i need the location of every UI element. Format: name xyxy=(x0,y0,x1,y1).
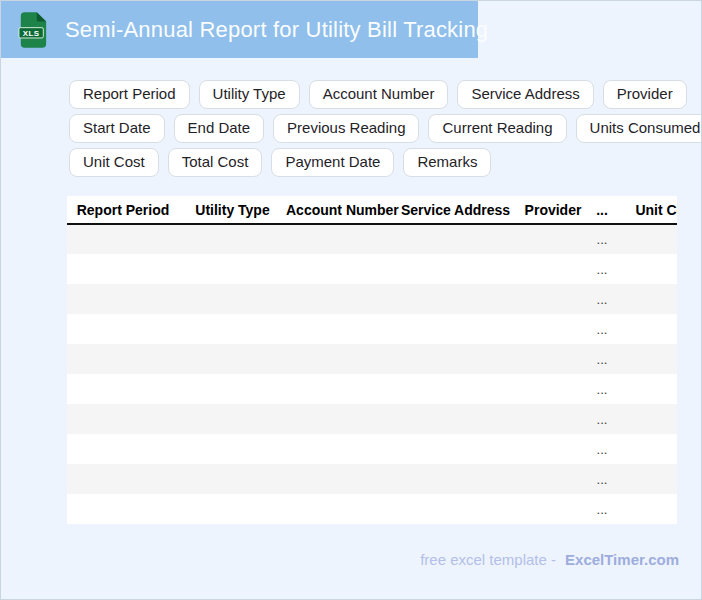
more-columns-cell: ... xyxy=(588,224,616,254)
field-chip-previous-reading[interactable]: Previous Reading xyxy=(273,114,419,143)
column-header-service-address: Service Address xyxy=(393,196,518,224)
column-header-report-period: Report Period xyxy=(67,196,179,224)
table-row: ... xyxy=(67,404,677,434)
column-header-more: ... xyxy=(588,196,616,224)
table-row: ... xyxy=(67,374,677,404)
more-columns-cell: ... xyxy=(588,434,616,464)
table-row: ... xyxy=(67,284,677,314)
more-columns-cell: ... xyxy=(588,344,616,374)
table-row: ... xyxy=(67,314,677,344)
table-row: ... xyxy=(67,224,677,254)
field-chip-start-date[interactable]: Start Date xyxy=(69,114,165,143)
field-chip-unit-cost[interactable]: Unit Cost xyxy=(69,148,159,177)
column-header-account-number: Account Number xyxy=(286,196,393,224)
svg-text:XLS: XLS xyxy=(23,28,40,37)
column-header-utility-type: Utility Type xyxy=(179,196,286,224)
field-chip-payment-date[interactable]: Payment Date xyxy=(271,148,394,177)
field-chip-end-date[interactable]: End Date xyxy=(174,114,265,143)
field-chip-list: Report Period Utility Type Account Numbe… xyxy=(69,80,702,177)
chip-row-1: Report Period Utility Type Account Numbe… xyxy=(69,80,702,109)
titlebar: XLS Semi-Annual Report for Utility Bill … xyxy=(1,1,478,58)
page: XLS Semi-Annual Report for Utility Bill … xyxy=(0,0,702,600)
field-chip-total-cost[interactable]: Total Cost xyxy=(168,148,263,177)
field-chip-units-consumed[interactable]: Units Consumed xyxy=(576,114,702,143)
field-chip-utility-type[interactable]: Utility Type xyxy=(199,80,300,109)
more-columns-cell: ... xyxy=(588,254,616,284)
footer: free excel template - ExcelTimer.com xyxy=(420,551,679,568)
column-header-unit-cost: Unit Cost xyxy=(616,196,677,224)
field-chip-provider[interactable]: Provider xyxy=(603,80,687,109)
footer-brand-link[interactable]: ExcelTimer.com xyxy=(565,551,679,568)
page-title: Semi-Annual Report for Utility Bill Trac… xyxy=(65,17,488,43)
chip-row-3: Unit Cost Total Cost Payment Date Remark… xyxy=(69,148,702,177)
more-columns-cell: ... xyxy=(588,464,616,494)
more-columns-cell: ... xyxy=(588,314,616,344)
utility-table-wrap: Report Period Utility Type Account Numbe… xyxy=(67,196,677,524)
table-row: ... xyxy=(67,434,677,464)
field-chip-account-number[interactable]: Account Number xyxy=(309,80,449,109)
footer-text: free excel template - xyxy=(420,551,556,568)
table-row: ... xyxy=(67,494,677,524)
chip-row-2: Start Date End Date Previous Reading Cur… xyxy=(69,114,702,143)
utility-table: Report Period Utility Type Account Numbe… xyxy=(67,196,677,524)
table-row: ... xyxy=(67,464,677,494)
column-header-provider: Provider xyxy=(518,196,588,224)
more-columns-cell: ... xyxy=(588,404,616,434)
table-row: ... xyxy=(67,344,677,374)
field-chip-current-reading[interactable]: Current Reading xyxy=(428,114,566,143)
table-row: ... xyxy=(67,254,677,284)
field-chip-report-period[interactable]: Report Period xyxy=(69,80,190,109)
field-chip-remarks[interactable]: Remarks xyxy=(403,148,491,177)
table-header-row: Report Period Utility Type Account Numbe… xyxy=(67,196,677,224)
field-chip-service-address[interactable]: Service Address xyxy=(457,80,593,109)
more-columns-cell: ... xyxy=(588,374,616,404)
more-columns-cell: ... xyxy=(588,494,616,524)
more-columns-cell: ... xyxy=(588,284,616,314)
xls-file-icon: XLS xyxy=(18,11,48,49)
